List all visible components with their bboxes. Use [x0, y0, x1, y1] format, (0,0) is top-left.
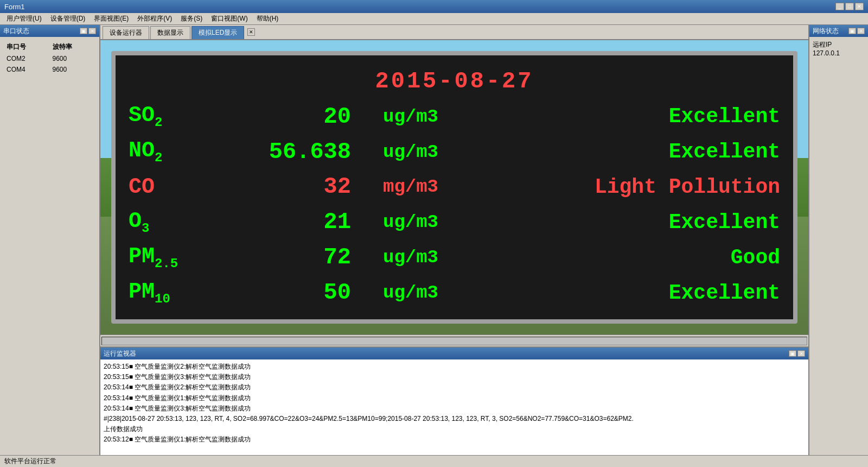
tab-data-display[interactable]: 数据显示: [150, 26, 190, 39]
status-text: 软件平台运行正常: [4, 457, 56, 466]
monitor-close-icon[interactable]: ✕: [797, 350, 805, 357]
left-panel-content: 串口号 波特率 COM2 9600 COM4 9600: [0, 37, 99, 455]
led-status-no2: Excellent: [470, 140, 780, 163]
led-date: 2015-08-27: [375, 68, 533, 94]
monitor-panel: 运行监视器 ▣ ✕ 20:53:15■ 空气质量监测仪2:解析空气监测数据成功2…: [100, 346, 808, 455]
right-panel-content: 远程IP 127.0.0.1: [809, 37, 868, 60]
led-unit-co: mg/m3: [356, 176, 465, 197]
led-status-co: Light Pollution: [470, 175, 780, 199]
menu-external-program[interactable]: 外部程序(V): [133, 13, 176, 24]
monitor-header: 运行监视器 ▣ ✕: [100, 348, 808, 359]
monitor-line: 20:53:15■ 空气质量监测仪3:解析空气监测数据成功: [104, 372, 805, 382]
table-row: COM4 9600: [4, 65, 95, 74]
main-layout: 串口状态 ▣ ✕ 串口号 波特率 COM2 9600: [0, 25, 868, 455]
led-row-co: CO 32 mg/m3 Light Pollution: [129, 174, 780, 200]
right-panel-title: 网络状态: [813, 27, 839, 36]
tab-bar: 设备运行器 数据显示 模拟LED显示 ✕: [100, 25, 808, 40]
led-unit-pm25: ug/m3: [356, 247, 465, 268]
tab-device-runner[interactable]: 设备运行器: [103, 26, 149, 39]
led-value-no2: 56.638: [253, 139, 351, 165]
led-row-pm25: PM2.5 72 ug/m3 Good: [129, 244, 780, 271]
led-status-pm10: Excellent: [470, 281, 780, 305]
title-bar-controls: _ □ ✕: [835, 3, 864, 10]
led-label-no2: NO2: [129, 138, 248, 165]
menu-ui-view[interactable]: 界面视图(E): [90, 13, 133, 24]
monitor-header-icons: ▣ ✕: [789, 350, 805, 357]
led-unit-o3: ug/m3: [356, 212, 465, 232]
monitor-line: 20:53:14■ 空气质量监测仪2:解析空气监测数据成功: [104, 382, 805, 393]
led-status-pm25: Good: [470, 246, 780, 269]
led-row-o3: O3 21 ug/m3 Excellent: [129, 209, 780, 236]
monitor-content: 20:53:15■ 空气质量监测仪2:解析空气监测数据成功20:53:15■ 空…: [100, 359, 808, 455]
led-value-pm10: 50: [253, 280, 351, 306]
serial-table: 串口号 波特率 COM2 9600 COM4 9600: [3, 40, 96, 75]
tab-led-display[interactable]: 模拟LED显示: [192, 26, 244, 39]
title-bar-text: Form1: [4, 3, 25, 11]
remote-ip-label: 远程IP: [813, 40, 865, 49]
serial-table-header-baud: 波特率: [50, 41, 95, 53]
com4-label: COM4: [4, 65, 49, 74]
left-panel: 串口状态 ▣ ✕ 串口号 波特率 COM2 9600: [0, 25, 100, 455]
monitor-title: 运行监视器: [104, 349, 136, 358]
led-value-co: 32: [253, 174, 351, 200]
monitor-line: 20:53:15■ 空气质量监测仪2:解析空气监测数据成功: [104, 362, 805, 372]
led-date-row: 2015-08-27: [129, 68, 780, 94]
right-panel-header: 网络状态 ▣ ✕: [809, 25, 868, 37]
maximize-button[interactable]: □: [845, 3, 854, 10]
status-bar: 软件平台运行正常: [0, 455, 868, 467]
led-status-o3: Excellent: [470, 211, 780, 234]
monitor-line: 20:53:12■ 空气质量监测仪1:解析空气监测数据成功: [104, 434, 805, 445]
com2-baud: 9600: [50, 54, 95, 64]
table-row: COM2 9600: [4, 54, 95, 64]
menu-device-manage[interactable]: 设备管理(D): [46, 13, 90, 24]
led-unit-no2: ug/m3: [356, 142, 465, 162]
center-area: 设备运行器 数据显示 模拟LED显示 ✕ 2015-08-27 SO2 20 u…: [100, 25, 808, 455]
led-value-pm25: 72: [253, 244, 351, 270]
title-bar: Form1 _ □ ✕: [0, 0, 868, 13]
monitor-line: #|238|2015-08-27 20:53:13, 123, 123, RT,…: [104, 414, 805, 424]
remote-ip-value: 127.0.0.1: [813, 49, 865, 57]
led-row-pm10: PM10 50 ug/m3 Excellent: [129, 280, 780, 306]
tab-close-button[interactable]: ✕: [247, 28, 255, 36]
menu-help[interactable]: 帮助(H): [252, 13, 283, 24]
left-panel-icons: ▣ ✕: [80, 28, 96, 34]
menu-bar: 用户管理(U) 设备管理(D) 界面视图(E) 外部程序(V) 服务(S) 窗口…: [0, 13, 868, 25]
monitor-line: 上传数据成功: [104, 424, 805, 434]
monitor-pin-icon[interactable]: ▣: [789, 350, 796, 357]
menu-window-view[interactable]: 窗口视图(W): [207, 13, 252, 24]
menu-user-manage[interactable]: 用户管理(U): [2, 13, 46, 24]
led-row-so2: SO2 20 ug/m3 Excellent: [129, 103, 780, 130]
scrollbar-track[interactable]: [101, 337, 807, 345]
horizontal-scrollbar[interactable]: [100, 335, 808, 346]
com2-label: COM2: [4, 54, 49, 64]
left-panel-title: 串口状态: [3, 27, 29, 36]
led-label-co: CO: [129, 175, 248, 199]
led-unit-so2: ug/m3: [356, 106, 465, 127]
serial-table-header-port: 串口号: [4, 41, 49, 53]
right-panel: 网络状态 ▣ ✕ 远程IP 127.0.0.1: [808, 25, 868, 455]
led-value-o3: 21: [253, 209, 351, 235]
left-panel-header: 串口状态 ▣ ✕: [0, 25, 99, 37]
minimize-button[interactable]: _: [835, 3, 844, 10]
led-unit-pm10: ug/m3: [356, 282, 465, 303]
led-value-so2: 20: [253, 104, 351, 130]
right-panel-close-icon[interactable]: ✕: [857, 28, 865, 34]
monitor-line: 20:53:14■ 空气质量监测仪1:解析空气监测数据成功: [104, 393, 805, 403]
led-row-no2: NO2 56.638 ug/m3 Excellent: [129, 138, 780, 165]
led-label-o3: O3: [129, 209, 248, 236]
monitor-line: 20:53:14■ 空气质量监测仪3:解析空气监测数据成功: [104, 403, 805, 414]
close-button[interactable]: ✕: [855, 3, 864, 10]
left-panel-pin-icon[interactable]: ▣: [80, 28, 87, 34]
led-label-pm25: PM2.5: [129, 244, 248, 271]
right-panel-icons: ▣ ✕: [848, 28, 865, 34]
led-billboard: 2015-08-27 SO2 20 ug/m3 Excellent NO2 56…: [111, 51, 797, 324]
com4-baud: 9600: [50, 65, 95, 74]
left-panel-close-icon[interactable]: ✕: [88, 28, 96, 34]
led-status-so2: Excellent: [470, 105, 780, 128]
right-panel-pin-icon[interactable]: ▣: [848, 28, 856, 34]
menu-service[interactable]: 服务(S): [176, 13, 207, 24]
led-label-pm10: PM10: [129, 280, 248, 306]
led-label-so2: SO2: [129, 103, 248, 130]
led-display-area: 2015-08-27 SO2 20 ug/m3 Excellent NO2 56…: [100, 40, 808, 335]
